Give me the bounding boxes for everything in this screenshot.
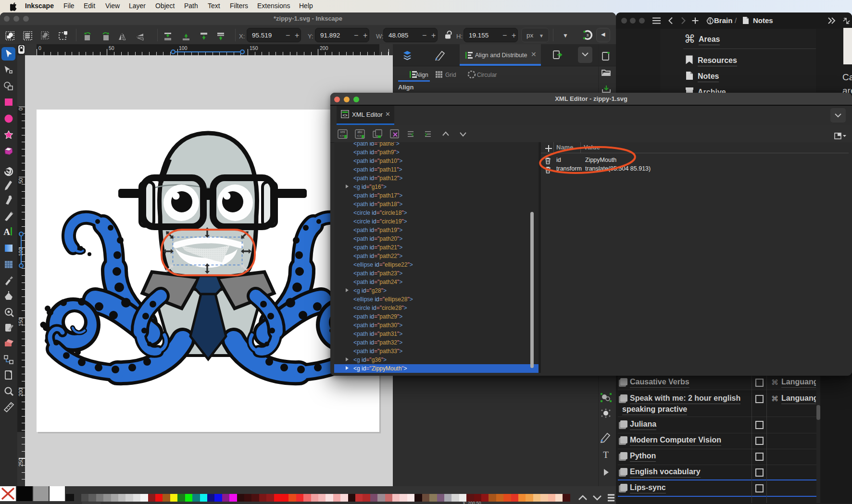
svg-text:A: A — [3, 227, 10, 237]
svg-text:xml: xml — [340, 130, 345, 134]
svg-text:<>: <> — [357, 134, 362, 138]
svg-text:T: T — [603, 450, 609, 460]
svg-text:abc: abc — [357, 130, 363, 134]
svg-text:<>: <> — [340, 134, 344, 138]
svg-text:<>: <> — [343, 113, 348, 118]
svg-text:s: s — [587, 33, 589, 37]
